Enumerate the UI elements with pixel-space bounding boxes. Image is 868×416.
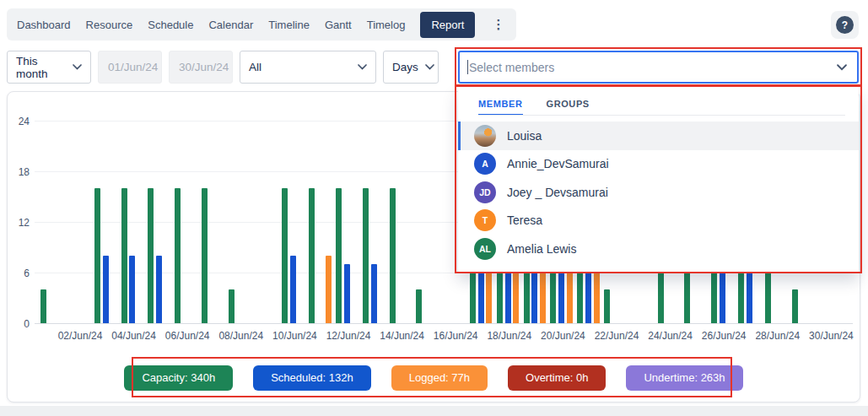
bar-capacity-day3 bbox=[94, 188, 100, 323]
avatar-initials: T bbox=[474, 209, 496, 231]
x-axis-label-12-jun-24: 12/Jun/24 bbox=[321, 330, 376, 342]
tab-report[interactable]: Report bbox=[420, 12, 475, 38]
tab-resource[interactable]: Resource bbox=[86, 19, 133, 31]
member-option-amelia-lewis[interactable]: ALAmelia Lewis bbox=[458, 235, 859, 263]
member-name: Annie_DevSamurai bbox=[507, 157, 609, 170]
date-to-input[interactable]: 30/Jun/24 bbox=[169, 51, 233, 84]
x-axis-label-18-jun-24: 18/Jun/24 bbox=[482, 330, 537, 342]
bar-scheduled-day13 bbox=[371, 264, 377, 323]
date-from-input[interactable]: 01/Jun/24 bbox=[98, 51, 162, 84]
date-to-value: 30/Jun/24 bbox=[179, 61, 229, 73]
member-name: Louisa bbox=[507, 129, 542, 143]
x-axis-label-22-jun-24: 22/Jun/24 bbox=[589, 330, 644, 342]
bar-scheduled-day5 bbox=[156, 256, 162, 323]
legend-badge-overtime[interactable]: Overtime: 0h bbox=[508, 365, 606, 391]
member-select-placeholder: Select members bbox=[469, 61, 830, 74]
avatar-photo bbox=[474, 125, 496, 147]
x-axis-label-28-jun-24: 28/Jun/24 bbox=[750, 330, 806, 342]
question-mark-icon: ? bbox=[836, 16, 854, 34]
scope-select[interactable]: All bbox=[240, 51, 376, 84]
tabs-divider bbox=[478, 115, 845, 116]
member-option-teresa[interactable]: TTeresa bbox=[458, 207, 859, 235]
bar-capacity-day11 bbox=[309, 188, 315, 323]
member-name: Teresa bbox=[507, 213, 542, 227]
member-list: LouisaAAnnie_DevSamuraiJDJoey _ Devsamur… bbox=[458, 122, 859, 263]
legend-badge-logged[interactable]: Logged: 77h bbox=[391, 365, 488, 391]
y-axis-label-12: 12 bbox=[8, 217, 30, 229]
x-axis-label-04-jun-24: 04/Jun/24 bbox=[106, 330, 162, 342]
bar-capacity-day5 bbox=[148, 188, 154, 323]
member-select-input[interactable]: Select members bbox=[458, 51, 859, 84]
page-bottom-strip bbox=[0, 406, 868, 416]
x-axis-label-02-jun-24: 02/Jun/24 bbox=[52, 330, 108, 342]
member-panel-tab-member[interactable]: MEMBER bbox=[478, 99, 523, 116]
member-option-louisa[interactable]: Louisa bbox=[458, 122, 859, 150]
x-axis-label-10-jun-24: 10/Jun/24 bbox=[267, 330, 322, 342]
tab-timelog[interactable]: Timelog bbox=[367, 19, 406, 31]
avatar-initials: A bbox=[474, 153, 496, 175]
unit-value: Days bbox=[392, 61, 418, 73]
bar-capacity-day1 bbox=[40, 289, 46, 323]
tab-schedule[interactable]: Schedule bbox=[148, 19, 193, 31]
y-axis-label-18: 18 bbox=[8, 166, 30, 178]
member-panel-tab-groups[interactable]: GROUPS bbox=[547, 99, 590, 116]
date-range-value: This month bbox=[16, 55, 66, 80]
y-axis-label-24: 24 bbox=[8, 116, 30, 127]
legend-badge-scheduled[interactable]: Scheduled: 132h bbox=[253, 365, 371, 391]
bar-capacity-day13 bbox=[363, 188, 369, 323]
bar-capacity-day6 bbox=[175, 188, 181, 323]
x-axis-label-06-jun-24: 06/Jun/24 bbox=[159, 330, 215, 342]
view-tabs-bar: DashboardResourceScheduleCalendarTimelin… bbox=[7, 8, 516, 41]
member-option-annie-devsamurai[interactable]: AAnnie_DevSamurai bbox=[458, 150, 859, 179]
unit-select[interactable]: Days bbox=[383, 51, 439, 84]
member-name: Amelia Lewis bbox=[507, 242, 576, 256]
bar-capacity-day4 bbox=[121, 188, 127, 323]
member-option-joey-devsamurai[interactable]: JDJoey _ Devsamurai bbox=[458, 178, 859, 207]
scope-value: All bbox=[249, 61, 261, 73]
bar-capacity-day10 bbox=[282, 188, 288, 323]
avatar-initials: JD bbox=[474, 181, 496, 203]
legend-badge-undertime[interactable]: Undertime: 263h bbox=[626, 365, 742, 391]
date-from-value: 01/Jun/24 bbox=[108, 61, 158, 73]
tab-calendar[interactable]: Calendar bbox=[208, 19, 253, 31]
more-options-icon[interactable]: ⋮ bbox=[490, 17, 506, 32]
chart-legend: Capacity: 340hScheduled: 132hLogged: 77h… bbox=[8, 365, 860, 391]
bar-scheduled-day10 bbox=[290, 256, 296, 323]
x-axis-label-14-jun-24: 14/Jun/24 bbox=[375, 330, 430, 342]
tab-dashboard[interactable]: Dashboard bbox=[17, 19, 71, 31]
x-axis-label-16-jun-24: 16/Jun/24 bbox=[428, 330, 483, 342]
x-axis-label-20-jun-24: 20/Jun/24 bbox=[535, 330, 590, 342]
bar-capacity-day15 bbox=[416, 289, 422, 323]
avatar-initials: AL bbox=[474, 238, 496, 260]
chevron-down-icon bbox=[73, 64, 82, 70]
bar-capacity-day12 bbox=[336, 188, 342, 323]
tab-timeline[interactable]: Timeline bbox=[268, 19, 310, 31]
text-cursor bbox=[467, 60, 468, 74]
legend-badge-capacity[interactable]: Capacity: 340h bbox=[124, 365, 233, 391]
chevron-down-icon bbox=[425, 64, 434, 70]
help-button[interactable]: ? bbox=[831, 11, 859, 39]
member-dropdown-panel: MEMBERGROUPS LouisaAAnnie_DevSamuraiJDJo… bbox=[458, 86, 859, 272]
bar-scheduled-day4 bbox=[129, 256, 135, 323]
x-axis-label-08-jun-24: 08/Jun/24 bbox=[213, 330, 269, 342]
bar-scheduled-day3 bbox=[103, 256, 109, 323]
y-axis-label-0: 0 bbox=[8, 318, 30, 330]
date-range-select[interactable]: This month bbox=[7, 51, 91, 84]
bar-capacity-day7 bbox=[202, 188, 208, 323]
bar-logged-day11 bbox=[326, 256, 332, 323]
member-name: Joey _ Devsamurai bbox=[507, 186, 608, 199]
tab-gantt[interactable]: Gantt bbox=[325, 19, 352, 31]
x-axis-label-30-jun-24: 30/Jun/24 bbox=[803, 330, 859, 342]
x-axis-label-26-jun-24: 26/Jun/24 bbox=[696, 330, 752, 342]
member-groups-tabs: MEMBERGROUPS bbox=[478, 99, 590, 116]
x-axis-label-24-jun-24: 24/Jun/24 bbox=[643, 330, 698, 342]
y-axis-label-6: 6 bbox=[8, 267, 30, 279]
gridline-y0 bbox=[35, 323, 853, 324]
bar-capacity-day29 bbox=[792, 289, 798, 323]
app-screen: DashboardResourceScheduleCalendarTimelin… bbox=[0, 0, 868, 416]
chevron-down-icon[interactable] bbox=[837, 64, 847, 71]
bar-capacity-day22 bbox=[604, 289, 610, 323]
bar-capacity-day8 bbox=[229, 289, 235, 323]
bar-scheduled-day12 bbox=[344, 264, 350, 323]
bar-capacity-day14 bbox=[390, 188, 396, 323]
